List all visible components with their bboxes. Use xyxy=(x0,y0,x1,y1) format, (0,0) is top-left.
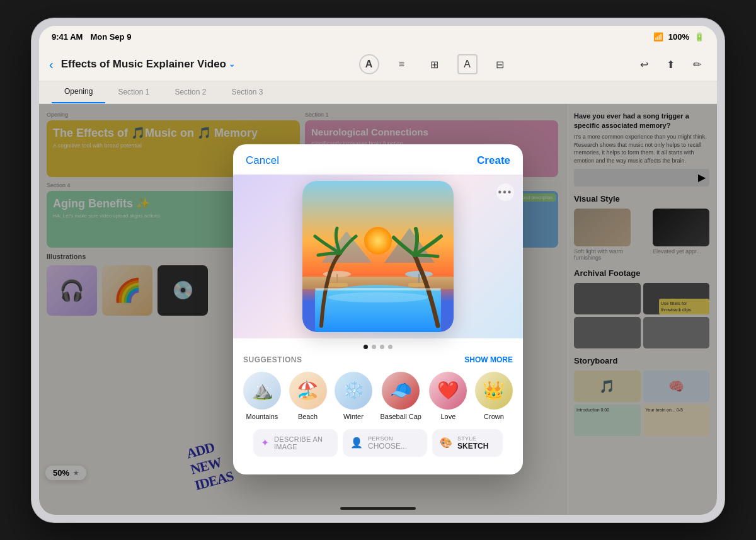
slide-tab-section2[interactable]: Section 2 xyxy=(162,81,219,103)
slide-tab-section1[interactable]: Section 1 xyxy=(105,81,162,103)
create-button[interactable]: Create xyxy=(477,154,510,167)
beach-icon: 🏖️ xyxy=(289,372,327,410)
battery-icon: 🔋 xyxy=(694,32,704,42)
suggestion-love[interactable]: ❤️ Love xyxy=(429,372,467,420)
style-label: STYLE xyxy=(457,435,488,442)
style-icon: 🎨 xyxy=(440,437,452,449)
baseball-cap-label: Baseball Cap xyxy=(381,413,421,420)
status-bar: 9:41 AM Mon Sep 9 📶 100% 🔋 xyxy=(39,26,717,49)
slide-tab-opening[interactable]: Opening xyxy=(52,81,105,103)
describe-icon: ✦ xyxy=(261,437,269,449)
suggestions-section: SUGGESTIONS SHOW MORE ⛰️ Mountains 🏖️ Be… xyxy=(233,355,523,474)
winter-icon: ❄️ xyxy=(335,372,372,410)
modal-overlay: Cancel Create xyxy=(39,104,717,515)
dot-3[interactable] xyxy=(380,345,384,349)
edit-button[interactable]: ✏ xyxy=(687,54,707,74)
svg-rect-14 xyxy=(315,288,441,290)
beach-label: Beach xyxy=(298,413,318,420)
share-button[interactable]: ⬆ xyxy=(660,54,680,74)
tropical-scene-svg xyxy=(302,181,454,332)
describe-image-input[interactable]: ✦ DESCRIBE AN IMAGE xyxy=(253,429,338,457)
suggestion-winter[interactable]: ❄️ Winter xyxy=(335,372,372,420)
main-area: Opening The Effects of 🎵Music on 🎵 Memor… xyxy=(39,104,717,515)
more-options-button[interactable]: ••• xyxy=(496,183,514,201)
image-preview-container: ••• xyxy=(233,175,523,338)
mountains-icon: ⛰️ xyxy=(243,372,281,410)
ipad-screen: 9:41 AM Mon Sep 9 📶 100% 🔋 ‹ Effects of … xyxy=(39,26,717,515)
suggestion-crown[interactable]: 👑 Crown xyxy=(475,372,513,420)
battery-display: 100% xyxy=(668,32,689,42)
nav-tool-format[interactable]: A xyxy=(457,54,478,74)
dot-1 xyxy=(364,345,368,349)
image-creation-modal: Cancel Create xyxy=(233,144,523,474)
slide-navigator: Opening Section 1 Section 2 Section 3 xyxy=(39,81,717,104)
suggestions-title: SUGGESTIONS xyxy=(243,355,302,364)
status-right: 📶 100% 🔋 xyxy=(653,32,704,42)
style-input[interactable]: 🎨 STYLE SKETCH xyxy=(432,429,503,457)
suggestion-beach[interactable]: 🏖️ Beach xyxy=(289,372,327,420)
image-preview xyxy=(302,181,454,332)
document-title: Effects of Music Explainer Video ⌄ xyxy=(61,58,235,71)
person-value: CHOOSE... xyxy=(368,442,407,451)
person-choose-input[interactable]: 👤 PERSON CHOOSE... xyxy=(343,429,427,457)
dot-2[interactable] xyxy=(372,345,376,349)
nav-right-tools: ↩ ⬆ ✏ xyxy=(634,54,707,74)
status-left: 9:41 AM Mon Sep 9 xyxy=(52,32,131,42)
baseball-cap-icon: 🧢 xyxy=(382,372,420,410)
title-chevron-icon[interactable]: ⌄ xyxy=(229,60,235,69)
crown-label: Crown xyxy=(484,413,504,420)
person-label: PERSON xyxy=(368,435,407,442)
nav-tool-outline[interactable]: ≡ xyxy=(392,54,412,74)
svg-rect-12 xyxy=(326,283,348,287)
style-value: SKETCH xyxy=(457,442,488,451)
date-display: Mon Sep 9 xyxy=(90,32,131,42)
mountains-label: Mountains xyxy=(246,413,278,420)
ipad-shell: 9:41 AM Mon Sep 9 📶 100% 🔋 ‹ Effects of … xyxy=(32,18,724,522)
svg-point-7 xyxy=(328,292,428,302)
svg-point-1 xyxy=(364,227,392,255)
person-input-content: PERSON CHOOSE... xyxy=(368,435,407,451)
love-label: Love xyxy=(441,413,456,420)
describe-label: DESCRIBE AN IMAGE xyxy=(274,435,330,451)
person-icon: 👤 xyxy=(350,437,363,449)
suggestion-mountains[interactable]: ⛰️ Mountains xyxy=(243,372,281,420)
time-display: 9:41 AM xyxy=(52,32,83,42)
dot-4[interactable] xyxy=(388,345,392,349)
modal-header: Cancel Create xyxy=(233,144,523,175)
love-icon: ❤️ xyxy=(429,372,467,410)
style-input-content: STYLE SKETCH xyxy=(457,435,488,451)
back-button[interactable]: ‹ xyxy=(49,57,54,72)
pagination-dots xyxy=(233,338,523,355)
nav-tool-slides[interactable]: ⊞ xyxy=(425,54,445,74)
nav-tool-media[interactable]: ⊟ xyxy=(490,54,510,74)
crown-icon: 👑 xyxy=(475,372,513,410)
bottom-inputs: ✦ DESCRIBE AN IMAGE 👤 PERSON CHOOSE... xyxy=(243,429,513,467)
nav-tools: A ≡ ⊞ A ⊟ xyxy=(243,54,626,74)
nav-tool-text[interactable]: A xyxy=(359,54,379,74)
nav-bar: ‹ Effects of Music Explainer Video ⌄ A ≡… xyxy=(39,49,717,81)
cancel-button[interactable]: Cancel xyxy=(246,154,279,167)
suggestions-grid: ⛰️ Mountains 🏖️ Beach ❄️ Winter xyxy=(243,372,513,420)
suggestion-baseball-cap[interactable]: 🧢 Baseball Cap xyxy=(381,372,421,420)
undo-button[interactable]: ↩ xyxy=(634,54,654,74)
slide-tab-section3[interactable]: Section 3 xyxy=(219,81,275,103)
show-more-button[interactable]: SHOW MORE xyxy=(464,355,513,364)
wifi-icon: 📶 xyxy=(653,32,663,42)
winter-label: Winter xyxy=(343,413,364,420)
suggestions-header: SUGGESTIONS SHOW MORE xyxy=(243,355,513,364)
